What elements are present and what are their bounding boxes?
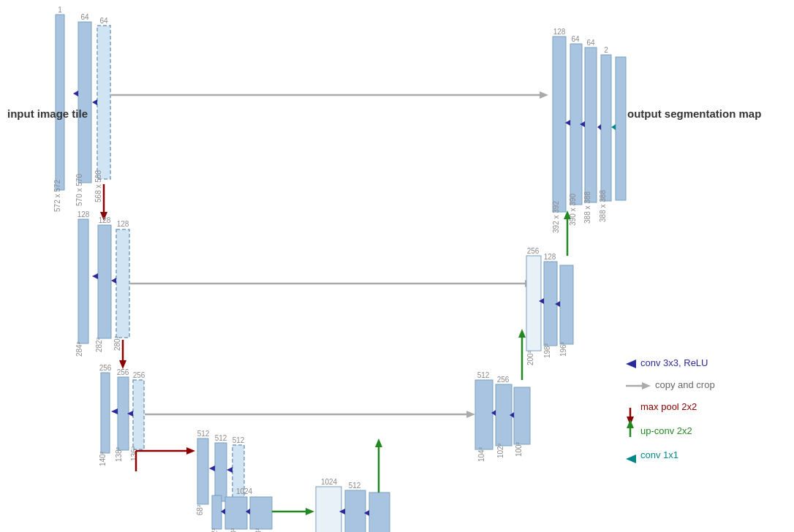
svg-text:30²: 30² [230, 528, 238, 532]
svg-marker-12 [540, 91, 548, 99]
svg-rect-48 [215, 443, 227, 501]
svg-marker-46 [186, 447, 195, 455]
svg-text:100²: 100² [515, 441, 523, 457]
svg-text:282²: 282² [95, 337, 103, 352]
svg-text:1024: 1024 [236, 487, 253, 495]
svg-rect-85 [496, 384, 512, 446]
svg-marker-68 [246, 509, 250, 514]
svg-text:102²: 102² [496, 443, 504, 458]
svg-text:64: 64 [586, 39, 595, 47]
svg-marker-4 [92, 99, 97, 105]
legend-conv-1x1: conv 1x1 [640, 449, 678, 460]
svg-text:256: 256 [117, 368, 129, 376]
svg-marker-19 [111, 278, 116, 284]
svg-rect-60 [212, 495, 222, 529]
svg-text:68²: 68² [196, 504, 204, 515]
svg-text:198²: 198² [543, 343, 551, 358]
svg-text:568 x 568: 568 x 568 [94, 170, 102, 202]
svg-rect-98 [560, 265, 573, 344]
svg-text:128: 128 [99, 216, 111, 224]
svg-text:32²: 32² [211, 528, 219, 532]
svg-marker-34 [127, 411, 133, 417]
svg-marker-105 [555, 301, 560, 307]
svg-text:200²: 200² [526, 350, 534, 365]
svg-marker-95 [518, 329, 526, 338]
svg-marker-18 [92, 273, 98, 279]
svg-text:64²: 64² [231, 498, 239, 509]
legend-max-pool: max pool 2x2 [640, 401, 697, 412]
svg-text:570 x 570: 570 x 570 [75, 174, 83, 206]
svg-text:392 x 392: 392 x 392 [552, 201, 560, 233]
svg-marker-104 [539, 298, 544, 304]
svg-marker-14 [100, 212, 107, 221]
svg-text:390 x 390: 390 x 390 [569, 194, 577, 226]
svg-text:256: 256 [99, 364, 112, 372]
svg-text:28²: 28² [254, 528, 262, 532]
svg-text:136²: 136² [130, 446, 138, 461]
svg-rect-72 [345, 490, 366, 532]
svg-text:64: 64 [99, 17, 108, 25]
svg-marker-80 [364, 510, 369, 516]
svg-rect-32 [133, 380, 144, 449]
svg-text:1024: 1024 [321, 478, 338, 486]
svg-marker-3 [73, 91, 78, 96]
svg-marker-70 [306, 508, 314, 515]
svg-text:104²: 104² [477, 446, 485, 462]
svg-text:2: 2 [604, 46, 608, 54]
svg-rect-110 [585, 48, 597, 202]
svg-rect-47 [197, 438, 208, 504]
svg-rect-73 [369, 493, 390, 532]
svg-marker-127 [642, 382, 651, 390]
svg-marker-59 [234, 517, 241, 526]
svg-text:256: 256 [497, 376, 510, 384]
svg-rect-31 [118, 377, 129, 450]
svg-text:572 x 572: 572 x 572 [53, 180, 61, 212]
svg-rect-96 [526, 256, 541, 351]
svg-marker-79 [339, 509, 345, 514]
svg-text:256: 256 [527, 247, 540, 255]
svg-marker-29 [119, 360, 126, 369]
svg-text:128: 128 [77, 210, 90, 218]
svg-rect-97 [544, 262, 557, 346]
svg-marker-125 [626, 360, 636, 368]
svg-marker-67 [221, 509, 225, 514]
svg-text:64: 64 [80, 13, 89, 21]
svg-rect-2 [97, 26, 110, 179]
svg-text:128: 128 [553, 28, 566, 36]
svg-text:1: 1 [58, 6, 62, 14]
svg-text:256: 256 [133, 371, 145, 379]
svg-marker-92 [491, 410, 496, 416]
svg-rect-0 [56, 15, 64, 190]
svg-text:388 x 388: 388 x 388 [583, 191, 591, 224]
svg-marker-93 [510, 412, 514, 418]
svg-text:138²: 138² [115, 446, 123, 462]
svg-rect-86 [514, 387, 530, 444]
svg-marker-129 [627, 417, 634, 425]
svg-text:512: 512 [232, 436, 245, 444]
svg-text:140²: 140² [99, 451, 107, 466]
svg-rect-17 [116, 229, 129, 338]
svg-text:388 x 388: 388 x 388 [599, 190, 607, 222]
legend-conv-relu: conv 3x3, ReLU [640, 357, 708, 368]
svg-marker-83 [375, 438, 382, 447]
svg-text:512: 512 [477, 371, 490, 379]
svg-marker-122 [580, 121, 585, 127]
svg-text:66²: 66² [214, 500, 222, 511]
svg-text:284²: 284² [75, 341, 83, 357]
svg-text:512: 512 [197, 430, 210, 438]
svg-rect-111 [601, 55, 611, 201]
svg-marker-131 [627, 419, 634, 428]
svg-marker-132 [626, 455, 636, 463]
svg-rect-71 [316, 487, 341, 532]
svg-text:128: 128 [117, 220, 129, 228]
svg-rect-61 [225, 497, 247, 529]
svg-marker-42 [466, 411, 475, 418]
svg-marker-27 [525, 280, 534, 287]
svg-text:512: 512 [349, 482, 361, 490]
svg-rect-1 [78, 22, 91, 183]
svg-marker-107 [564, 210, 571, 219]
svg-text:196²: 196² [559, 341, 567, 357]
svg-marker-124 [611, 124, 616, 130]
svg-marker-121 [565, 120, 570, 126]
svg-marker-33 [111, 408, 118, 414]
